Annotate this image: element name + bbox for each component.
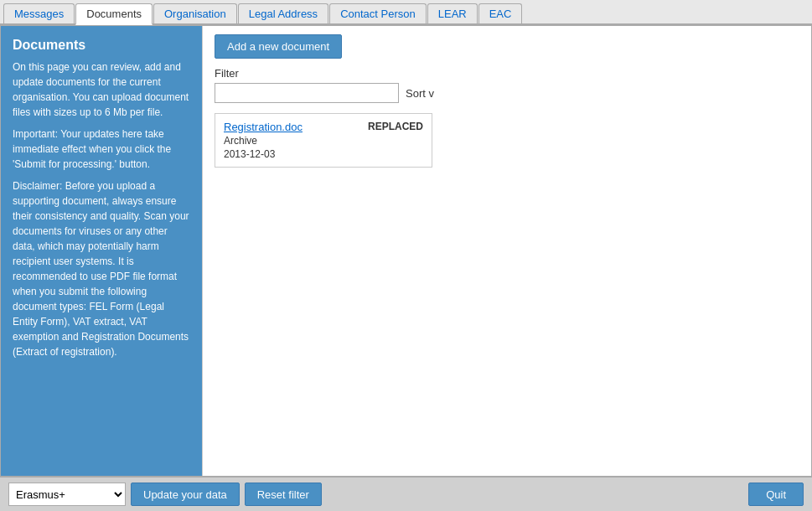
filter-row: Sort v xyxy=(215,83,799,103)
sidebar-title: Documents xyxy=(13,38,190,53)
tab-lear[interactable]: LEAR xyxy=(427,3,478,23)
sidebar-desc1: On this page you can review, add and upd… xyxy=(13,59,190,120)
document-name[interactable]: Registration.doc xyxy=(224,121,303,133)
tab-messages[interactable]: Messages xyxy=(3,3,75,23)
filter-input[interactable] xyxy=(215,83,399,103)
document-item: Registration.doc REPLACED Archive 2013-1… xyxy=(215,114,432,167)
right-content: Add a new document Filter Sort v Registr… xyxy=(202,26,811,476)
sidebar: Documents On this page you can review, a… xyxy=(1,26,202,476)
footer-left: Erasmus+ Update your data Reset filter xyxy=(8,483,322,506)
footer-right: Quit xyxy=(748,483,804,506)
document-header: Registration.doc REPLACED xyxy=(224,121,423,133)
footer: Erasmus+ Update your data Reset filter Q… xyxy=(0,477,812,511)
document-status: REPLACED xyxy=(368,121,423,132)
add-document-button[interactable]: Add a new document xyxy=(215,34,342,59)
main-content: Documents On this page you can review, a… xyxy=(0,25,812,477)
document-type: Archive xyxy=(224,135,423,147)
tab-documents[interactable]: Documents xyxy=(75,3,153,25)
tab-legal-address[interactable]: Legal Address xyxy=(238,3,328,23)
tab-eac[interactable]: EAC xyxy=(478,3,523,23)
document-date: 2013-12-03 xyxy=(224,148,423,160)
scrollable-area[interactable]: Add a new document Filter Sort v Registr… xyxy=(203,26,811,476)
document-list: Registration.doc REPLACED Archive 2013-1… xyxy=(215,113,432,168)
quit-button[interactable]: Quit xyxy=(748,483,804,506)
reset-filter-button[interactable]: Reset filter xyxy=(245,483,322,506)
tab-bar: Messages Documents Organisation Legal Ad… xyxy=(0,0,812,25)
tab-organisation[interactable]: Organisation xyxy=(153,3,237,23)
tab-contact-person[interactable]: Contact Person xyxy=(329,3,427,23)
sidebar-desc2: Important: Your updates here take immedi… xyxy=(13,126,190,172)
program-select[interactable]: Erasmus+ xyxy=(8,483,126,506)
sidebar-desc3: Disclaimer: Before you upload a supporti… xyxy=(13,178,190,359)
filter-label: Filter xyxy=(215,67,799,80)
sort-label[interactable]: Sort v xyxy=(406,87,434,100)
update-data-button[interactable]: Update your data xyxy=(131,483,240,506)
